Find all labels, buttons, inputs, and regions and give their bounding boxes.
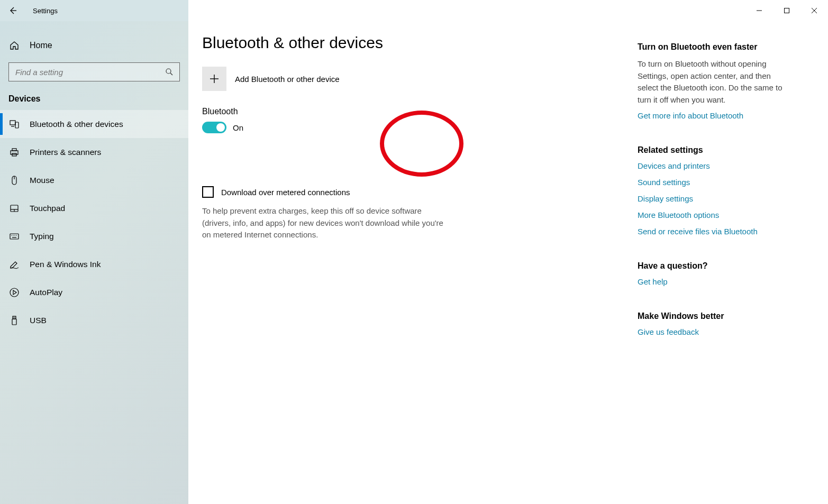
search-input[interactable]	[8, 62, 180, 81]
related-link-send-receive[interactable]: Send or receive files via Bluetooth	[638, 227, 807, 236]
metered-label: Download over metered connections	[221, 188, 350, 197]
svg-rect-7	[10, 121, 15, 125]
page-title: Bluetooth & other devices	[202, 34, 572, 52]
svg-rect-11	[12, 149, 16, 151]
devices-icon	[8, 119, 20, 130]
printer-icon	[8, 147, 20, 158]
feedback-heading: Make Windows better	[638, 311, 807, 321]
add-device-label: Add Bluetooth or other device	[235, 75, 340, 84]
svg-rect-10	[11, 151, 18, 154]
bluetooth-section-label: Bluetooth	[202, 107, 572, 116]
svg-line-6	[170, 73, 172, 75]
sidebar-item-label: Printers & scanners	[30, 148, 101, 157]
plus-icon	[202, 67, 226, 91]
svg-point-19	[11, 235, 12, 235]
sidebar-item-label: Pen & Windows Ink	[30, 260, 101, 269]
related-link-devices-printers[interactable]: Devices and printers	[638, 161, 807, 170]
titlebar: Settings	[0, 0, 828, 21]
sidebar-item-usb[interactable]: USB	[0, 306, 188, 334]
sidebar-item-label: Mouse	[30, 176, 54, 185]
sidebar-item-printers[interactable]: Printers & scanners	[0, 138, 188, 166]
sidebar-item-label: Bluetooth & other devices	[30, 120, 123, 129]
close-button[interactable]	[800, 0, 828, 21]
svg-rect-25	[13, 316, 16, 319]
sidebar-item-label: AutoPlay	[30, 288, 62, 297]
annotation-highlight-circle	[380, 111, 463, 177]
usb-icon	[8, 315, 20, 326]
svg-rect-26	[12, 319, 16, 325]
tip-text: To turn on Bluetooth without opening Set…	[638, 58, 786, 106]
sidebar-section-label: Devices	[0, 81, 188, 110]
touchpad-icon	[8, 203, 20, 214]
tip-heading: Turn on Bluetooth even faster	[638, 42, 807, 52]
sidebar: Home Devices Bluetooth & other devices P…	[0, 21, 188, 504]
toggle-knob	[216, 123, 225, 132]
related-link-more-bluetooth[interactable]: More Bluetooth options	[638, 210, 807, 219]
sidebar-home-label: Home	[30, 41, 52, 50]
home-icon	[8, 40, 20, 51]
search-wrap	[8, 62, 180, 81]
sidebar-item-label: Typing	[30, 232, 54, 241]
window-title: Settings	[25, 7, 58, 15]
back-button[interactable]	[0, 0, 25, 21]
related-heading: Related settings	[638, 145, 807, 155]
tip-link[interactable]: Get more info about Bluetooth	[638, 111, 807, 120]
sidebar-item-bluetooth[interactable]: Bluetooth & other devices	[0, 110, 188, 138]
related-link-sound[interactable]: Sound settings	[638, 178, 807, 187]
svg-point-20	[13, 235, 13, 235]
mouse-icon	[8, 175, 20, 186]
pen-icon	[8, 259, 20, 270]
sidebar-item-label: USB	[30, 316, 47, 325]
bluetooth-toggle[interactable]	[202, 122, 226, 133]
sidebar-item-autoplay[interactable]: AutoPlay	[0, 278, 188, 306]
metered-checkbox[interactable]	[202, 186, 214, 198]
sidebar-item-home[interactable]: Home	[0, 34, 188, 57]
svg-rect-2	[785, 8, 789, 13]
maximize-button[interactable]	[773, 0, 800, 21]
search-icon	[165, 68, 174, 76]
sidebar-item-pen[interactable]: Pen & Windows Ink	[0, 250, 188, 278]
aside-pane: Turn on Bluetooth even faster To turn on…	[585, 21, 828, 504]
sidebar-item-typing[interactable]: Typing	[0, 222, 188, 250]
keyboard-icon	[8, 231, 20, 242]
related-link-display[interactable]: Display settings	[638, 194, 807, 203]
sidebar-item-label: Touchpad	[30, 204, 65, 213]
question-heading: Have a question?	[638, 261, 807, 271]
get-help-link[interactable]: Get help	[638, 277, 807, 286]
add-device-row[interactable]: Add Bluetooth or other device	[202, 67, 572, 91]
bluetooth-toggle-state: On	[233, 123, 243, 132]
svg-point-21	[14, 235, 15, 235]
give-feedback-link[interactable]: Give us feedback	[638, 327, 807, 336]
svg-point-5	[166, 69, 171, 74]
window-controls	[745, 0, 828, 21]
sidebar-item-touchpad[interactable]: Touchpad	[0, 194, 188, 222]
minimize-button[interactable]	[745, 0, 773, 21]
content-pane: Bluetooth & other devices Add Bluetooth …	[188, 21, 585, 504]
autoplay-icon	[8, 287, 20, 298]
svg-point-24	[10, 288, 19, 297]
svg-point-22	[16, 235, 16, 235]
sidebar-item-mouse[interactable]: Mouse	[0, 166, 188, 194]
svg-rect-8	[15, 122, 19, 128]
svg-rect-18	[10, 234, 19, 239]
metered-description: To help prevent extra charges, keep this…	[202, 205, 445, 241]
